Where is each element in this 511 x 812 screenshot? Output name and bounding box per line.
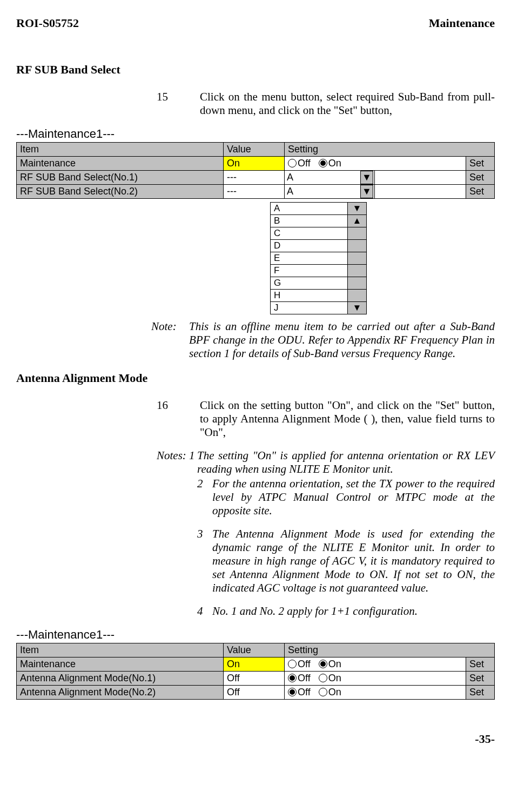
antenna-title: Antenna Alignment Mode <box>16 371 495 385</box>
col-setting: Setting <box>285 143 495 157</box>
row-rf1-setting: A ▼ <box>285 171 466 185</box>
dd-option[interactable]: J <box>271 302 348 314</box>
col-item: Item <box>17 143 224 157</box>
dd-option[interactable]: F <box>271 265 348 277</box>
scroll-track[interactable] <box>348 265 367 277</box>
col-setting: Setting <box>285 643 495 657</box>
rf1-dropdown-text: A <box>285 171 359 184</box>
col-value: Value <box>224 143 285 157</box>
radio-on-icon[interactable] <box>319 660 327 668</box>
note-body: This is an offline menu item to be carri… <box>189 320 495 360</box>
dd-option[interactable]: H <box>271 290 348 302</box>
col-value: Value <box>224 643 285 657</box>
row-rf2-setting: A ▼ <box>285 185 466 199</box>
radio-on-label: On <box>328 673 341 683</box>
maint1-table-2: Item Value Setting Maintenance On Off On… <box>16 643 495 700</box>
radio-off-icon[interactable] <box>288 159 297 167</box>
row-maint-setting: Off On <box>285 657 466 672</box>
radio-on-icon[interactable] <box>319 674 327 682</box>
page-number: -35- <box>16 732 495 746</box>
rf2-dropdown-arrow[interactable]: ▼ <box>360 185 373 198</box>
scroll-down-icon[interactable]: ▼ <box>348 203 367 215</box>
scroll-track[interactable] <box>348 227 367 240</box>
radio-off-label: Off <box>298 687 311 697</box>
step-15-num: 15 <box>157 90 200 117</box>
doc-section: Maintenance <box>429 16 495 30</box>
doc-id: ROI-S05752 <box>16 16 79 30</box>
row-rf2-item: RF SUB Band Select(No.2) <box>17 185 224 199</box>
note-4-body: No. 1 and No. 2 apply for 1+1 configurat… <box>212 605 495 618</box>
radio-on-icon[interactable] <box>319 688 327 696</box>
row-aa1-setting: Off On <box>285 672 466 686</box>
note-2-body: For the antenna orientation, set the TX … <box>212 477 495 518</box>
dd-option[interactable]: D <box>271 240 348 252</box>
dd-option[interactable]: C <box>271 227 348 240</box>
radio-on-icon[interactable] <box>319 159 327 167</box>
set-button[interactable]: Set <box>466 171 495 185</box>
radio-off-icon[interactable] <box>288 660 297 668</box>
row-aa2-setting: Off On <box>285 686 466 700</box>
scroll-track[interactable] <box>348 252 367 265</box>
row-rf1-value: --- <box>224 171 285 185</box>
step-15-text: Click on the menu button, select require… <box>200 90 495 117</box>
row-maint-value: On <box>224 157 285 171</box>
set-button[interactable]: Set <box>466 657 495 672</box>
rf1-dropdown-arrow[interactable]: ▼ <box>360 171 373 184</box>
note-3-body: The Antenna Alignment Mode is used for e… <box>212 527 495 595</box>
note-num-3: 3 <box>197 527 212 595</box>
note-1-body: The setting "On" is applied for antenna … <box>197 449 495 476</box>
maint1-title-2: ---Maintenance1--- <box>16 628 495 642</box>
dd-option[interactable]: A <box>271 203 348 215</box>
maint1-table-1: Item Value Setting Maintenance On Off On… <box>16 142 495 199</box>
scroll-up-icon[interactable]: ▲ <box>348 215 367 227</box>
scroll-track[interactable] <box>348 240 367 252</box>
set-button[interactable]: Set <box>466 686 495 700</box>
scroll-track[interactable] <box>348 277 367 290</box>
scroll-track[interactable] <box>348 290 367 302</box>
row-maint-item: Maintenance <box>17 657 224 672</box>
radio-off-label: Off <box>298 659 311 669</box>
row-aa1-item: Antenna Alignment Mode(No.1) <box>17 672 224 686</box>
radio-off-icon[interactable] <box>288 688 297 696</box>
row-aa2-item: Antenna Alignment Mode(No.2) <box>17 686 224 700</box>
radio-on-label: On <box>328 659 341 669</box>
row-aa2-value: Off <box>224 686 285 700</box>
row-rf1-item: RF SUB Band Select(No.1) <box>17 171 224 185</box>
row-maint-item: Maintenance <box>17 157 224 171</box>
scroll-down-icon[interactable]: ▼ <box>348 302 367 314</box>
dd-option[interactable]: G <box>271 277 348 290</box>
step-16-num: 16 <box>157 399 200 439</box>
set-button[interactable]: Set <box>466 672 495 686</box>
radio-off-icon[interactable] <box>288 674 297 682</box>
radio-on-label: On <box>328 687 341 697</box>
radio-off-label: Off <box>298 158 311 169</box>
rf2-dropdown-text: A <box>285 185 359 198</box>
step-16-text: Click on the setting button "On", and cl… <box>200 399 495 439</box>
dd-option[interactable]: B <box>271 215 348 227</box>
note-num-4: 4 <box>197 605 212 618</box>
set-button[interactable]: Set <box>466 185 495 199</box>
row-maint-value: On <box>224 657 285 672</box>
radio-off-label: Off <box>298 673 311 683</box>
dd-option[interactable]: E <box>271 252 348 265</box>
dropdown-popup[interactable]: A ▼ B ▲ C D E F G H J ▼ <box>270 202 367 314</box>
row-maint-setting: Off On <box>285 157 466 171</box>
note-label: Note: <box>151 320 189 360</box>
notes-lead-label: Notes: 1 <box>157 449 197 476</box>
row-rf2-value: --- <box>224 185 285 199</box>
radio-on-label: On <box>328 158 341 169</box>
maint1-title-1: ---Maintenance1--- <box>16 127 495 141</box>
note-num-2: 2 <box>197 477 212 518</box>
set-button[interactable]: Set <box>466 157 495 171</box>
col-item: Item <box>17 643 224 657</box>
rf-sub-title: RF SUB Band Select <box>16 63 495 77</box>
row-aa1-value: Off <box>224 672 285 686</box>
